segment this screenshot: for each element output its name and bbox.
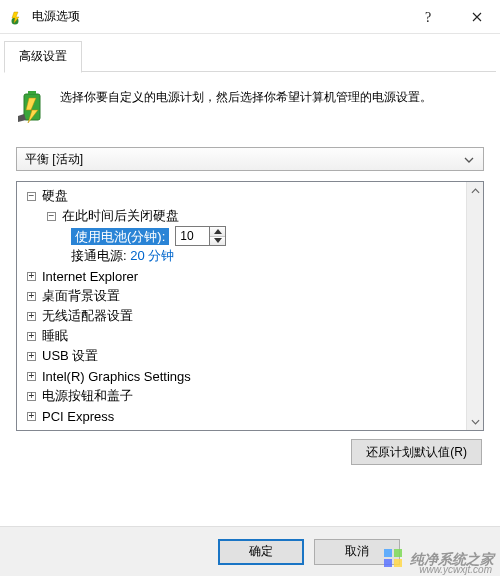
restore-defaults-button[interactable]: 还原计划默认值(R) [351,439,482,465]
tree-label: 在此时间后关闭硬盘 [62,207,179,225]
minutes-input[interactable] [175,226,209,246]
tab-bar: 高级设置 [0,34,500,72]
battery-icon [16,90,50,127]
spinner-up-button[interactable] [210,227,225,237]
intro-text: 选择你要自定义的电源计划，然后选择你希望计算机管理的电源设置。 [60,88,436,127]
tree-label: 电源按钮和盖子 [42,387,133,405]
spinner-down-button[interactable] [210,237,225,246]
tree-item[interactable]: 睡眠 [23,326,477,346]
ok-button[interactable]: 确定 [218,539,304,565]
window-title: 电源选项 [32,8,80,25]
dialog-button-bar: 确定 取消 [0,526,500,576]
scroll-up-button[interactable] [467,182,483,199]
power-plan-value: 平衡 [活动] [25,151,459,168]
expand-icon[interactable] [27,352,36,361]
power-plan-select[interactable]: 平衡 [活动] [16,147,484,171]
tree-item-on-battery[interactable]: 使用电池(分钟): [23,226,477,246]
cancel-button[interactable]: 取消 [314,539,400,565]
svg-rect-3 [28,91,36,94]
tree-label: Internet Explorer [42,269,138,284]
collapse-icon[interactable] [47,212,56,221]
tree-item[interactable]: Internet Explorer [23,266,477,286]
tree-label: 无线适配器设置 [42,307,133,325]
expand-icon[interactable] [27,392,36,401]
title-bar: 电源选项 ? [0,0,500,34]
tab-content: 选择你要自定义的电源计划，然后选择你希望计算机管理的电源设置。 平衡 [活动] … [0,72,500,465]
tree-item[interactable]: USB 设置 [23,346,477,366]
close-button[interactable] [454,0,500,34]
scroll-down-button[interactable] [467,413,483,430]
scrollbar[interactable] [466,182,483,430]
tree-item[interactable]: PCI Express [23,406,477,426]
expand-icon[interactable] [27,412,36,421]
tree-item[interactable]: Intel(R) Graphics Settings [23,366,477,386]
minutes-spinner[interactable] [175,226,226,246]
tab-advanced-settings[interactable]: 高级设置 [4,41,82,73]
tree-label: 睡眠 [42,327,68,345]
tree-label: USB 设置 [42,347,98,365]
tree-label: 桌面背景设置 [42,287,120,305]
tree-item[interactable]: 无线适配器设置 [23,306,477,326]
expand-icon[interactable] [27,292,36,301]
expand-icon[interactable] [27,332,36,341]
expand-icon[interactable] [27,272,36,281]
power-options-icon [8,9,24,25]
tree-item[interactable]: 电源按钮和盖子 [23,386,477,406]
tree-item-plugged-in[interactable]: 接通电源: 20 分钟 [23,246,477,266]
on-battery-label: 使用电池(分钟): [71,228,169,245]
chevron-down-icon [459,152,479,166]
tree-item-hard-disk[interactable]: 硬盘 [23,186,477,206]
expand-icon[interactable] [27,312,36,321]
settings-tree[interactable]: 硬盘 在此时间后关闭硬盘 使用电池(分钟): 接通电源: 20 分钟 Inter… [16,181,484,431]
tree-label: 硬盘 [42,187,68,205]
tree-label: Intel(R) Graphics Settings [42,369,191,384]
plugged-in-label: 接通电源: [71,247,127,265]
expand-icon[interactable] [27,372,36,381]
plugged-in-value[interactable]: 20 分钟 [130,247,174,265]
collapse-icon[interactable] [27,192,36,201]
tree-item[interactable]: 桌面背景设置 [23,286,477,306]
tree-label: PCI Express [42,409,114,424]
svg-text:?: ? [425,10,431,24]
help-button[interactable]: ? [408,0,454,34]
tree-item-turn-off-disk-after[interactable]: 在此时间后关闭硬盘 [23,206,477,226]
